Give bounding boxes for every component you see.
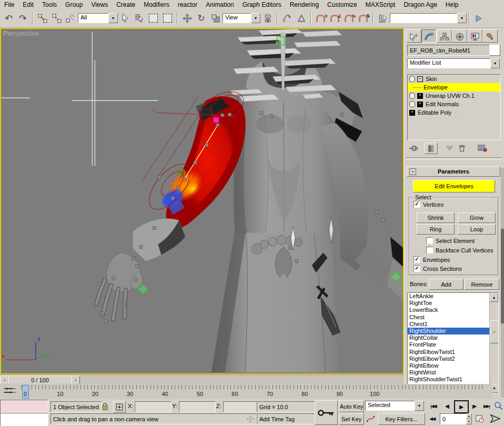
menu-reactor[interactable]: reactor — [174, 1, 201, 9]
keyboard-shortcut-override-icon[interactable] — [295, 12, 308, 25]
bone-item-lowerback[interactable]: LowerBack — [408, 307, 490, 313]
bone-list-scrollbar[interactable]: ▲ ▼ — [489, 293, 498, 393]
menu-customize[interactable]: Customize — [323, 1, 361, 9]
x-coordinate-field[interactable] — [135, 401, 172, 412]
scrollbar-thumb[interactable] — [490, 320, 499, 343]
bone-item-rightelbow[interactable]: RightElbow — [408, 362, 490, 369]
play-animation-icon[interactable]: ▶ — [454, 400, 469, 413]
unlink-selection-icon[interactable] — [50, 12, 63, 25]
z-coordinate-field[interactable] — [223, 401, 260, 412]
mini-curve-editor-icon[interactable] — [2, 386, 18, 396]
default-in-out-tangent-icon[interactable] — [365, 413, 376, 424]
bone-item-rightelbowtwist2[interactable]: RightElbowTwist2 — [408, 356, 490, 362]
dropdown-arrow-icon[interactable] — [490, 58, 500, 68]
bone-item-rightwrist[interactable]: RightWrist — [408, 369, 490, 376]
select-by-name-icon[interactable] — [133, 12, 146, 25]
select-and-rotate-icon[interactable] — [195, 12, 208, 25]
dropdown-arrow-icon[interactable] — [108, 13, 118, 23]
percent-snap-toggle-icon[interactable]: % — [342, 12, 356, 25]
menu-views[interactable]: Views — [87, 1, 112, 9]
object-color-swatch[interactable] — [489, 45, 500, 56]
bone-item-rightelbowtwist1[interactable]: RightElbowTwist1 — [408, 349, 490, 356]
tab-hierarchy[interactable] — [437, 29, 452, 43]
previous-frame-icon[interactable]: ◀|| — [442, 401, 452, 411]
object-name-field[interactable]: EF_ROB_ckn_RobeM1 — [407, 45, 491, 56]
maxscript-listener-pink[interactable] — [0, 400, 48, 413]
menu-group[interactable]: Group — [61, 1, 87, 9]
backface-cull-checkbox[interactable] — [426, 247, 433, 253]
selection-filter-dropdown[interactable]: All — [78, 13, 118, 23]
command-panel-scrollbar[interactable] — [501, 168, 504, 398]
menu-graph-editors[interactable]: Graph Editors — [238, 1, 286, 9]
show-end-result-icon[interactable] — [424, 143, 438, 154]
time-slider-left-arrow[interactable]: ‹ — [0, 376, 9, 384]
select-and-scale-icon[interactable] — [209, 12, 222, 25]
bone-item-rightshouldertwist1[interactable]: RightShoulderTwist1 — [408, 376, 490, 383]
remove-bone-button[interactable]: Remove — [465, 279, 499, 290]
cross-sections-checkbox-row[interactable]: Cross Sections — [414, 265, 462, 272]
angle-snap-toggle-icon[interactable]: ∠ — [328, 12, 341, 25]
bind-to-space-warp-icon[interactable] — [64, 12, 77, 25]
envelopes-checkbox-row[interactable]: Envelopes — [414, 256, 450, 263]
backface-cull-checkbox-row[interactable]: Backface Cull Vertices — [426, 247, 493, 253]
undo-icon[interactable] — [2, 12, 15, 25]
redo-icon[interactable] — [16, 12, 29, 25]
menu-animation[interactable]: Animation — [201, 1, 238, 9]
envelopes-checkbox[interactable] — [414, 256, 420, 263]
next-frame-icon[interactable]: ||▶ — [469, 401, 479, 411]
stack-row-skin[interactable]: Skin — [408, 75, 500, 83]
use-pivot-point-center-icon[interactable] — [261, 12, 274, 25]
expand-icon[interactable] — [417, 93, 423, 99]
bone-item-righttoe[interactable]: RightToe — [408, 300, 490, 307]
bone-item-chest[interactable]: Chest — [408, 314, 490, 321]
bulb-icon[interactable] — [409, 101, 415, 107]
expand-icon[interactable] — [417, 102, 423, 107]
bulb-icon[interactable] — [409, 93, 415, 99]
rollout-collapse-icon[interactable] — [409, 168, 416, 175]
window-crossing-toggle-icon[interactable] — [161, 12, 174, 25]
add-time-tag[interactable]: Add Time Tag — [257, 413, 317, 424]
key-mode-toggle-icon[interactable]: ◀◀ — [427, 413, 438, 424]
viewport-canvas[interactable]: x — [1, 29, 403, 373]
tab-display[interactable] — [467, 29, 482, 43]
menu-file[interactable]: File — [0, 1, 18, 9]
key-filters-button[interactable]: Key Filters... — [378, 413, 425, 425]
character-model[interactable] — [96, 29, 403, 372]
select-element-checkbox[interactable] — [426, 237, 433, 244]
time-slider-track[interactable]: ‹ 0 / 100 › — [0, 374, 404, 384]
dropdown-arrow-icon[interactable] — [457, 13, 467, 23]
tab-modify[interactable] — [421, 29, 437, 43]
time-slider-right-arrow[interactable]: › — [71, 376, 80, 384]
y-coordinate-field[interactable] — [179, 401, 216, 412]
frame-spinner[interactable]: ▲ ▼ — [466, 413, 472, 424]
bone-item-frontplate[interactable]: FrontPlate — [408, 341, 490, 348]
perspective-viewport[interactable]: x — [0, 28, 404, 374]
hand[interactable] — [96, 218, 185, 319]
vertices-checkbox-row[interactable]: Vertices — [414, 201, 443, 208]
select-object-icon[interactable] — [118, 12, 132, 25]
command-panel-scroll-thumb[interactable] — [501, 229, 504, 323]
spinner-snap-toggle-icon[interactable]: ⇅ — [357, 12, 370, 25]
dropdown-arrow-icon[interactable] — [251, 13, 260, 23]
track-bar[interactable]: 0102030405060708090100 — [0, 384, 492, 399]
set-key-button[interactable]: Set Key — [339, 413, 364, 425]
absolute-offset-toggle-icon[interactable] — [113, 401, 126, 413]
menu-create[interactable]: Create — [112, 1, 139, 9]
modifier-list-dropdown[interactable]: Modifier List — [407, 58, 500, 68]
pin-stack-icon[interactable] — [407, 144, 420, 154]
dropdown-arrow-icon[interactable] — [415, 401, 424, 411]
tab-utilities[interactable] — [482, 29, 498, 43]
scroll-up-icon[interactable]: ▲ — [490, 293, 498, 302]
set-keys-button[interactable] — [315, 400, 338, 425]
stack-row-editable-poly[interactable]: Editable Poly — [408, 108, 500, 117]
viewport-label[interactable]: Perspective — [3, 29, 39, 37]
menu-help[interactable]: Help — [441, 1, 463, 9]
goto-end-icon[interactable]: ▶▶| — [480, 401, 493, 411]
bone-item-rightshoulder[interactable]: RightShoulder — [408, 328, 490, 334]
ring-button[interactable]: Ring — [417, 224, 455, 235]
zoom-tool-icon[interactable] — [492, 400, 504, 411]
configure-modifier-sets-icon[interactable] — [476, 143, 489, 154]
reference-coordinate-dropdown[interactable]: View — [223, 13, 260, 23]
vertices-checkbox[interactable] — [414, 201, 420, 208]
selection-lock-icon[interactable] — [99, 401, 110, 411]
